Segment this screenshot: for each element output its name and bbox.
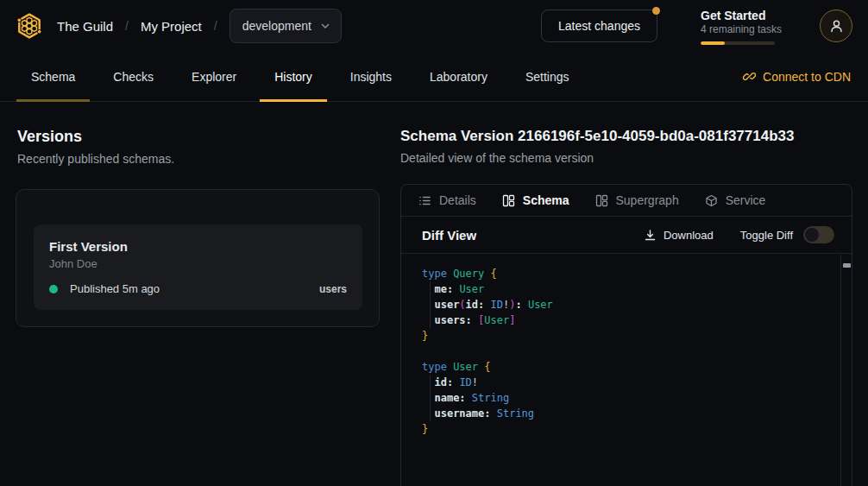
toggle-diff-label: Toggle Diff [740, 229, 793, 242]
code-line: name: String [422, 390, 840, 406]
version-name: First Version [49, 238, 347, 255]
person-icon [829, 19, 844, 34]
code-line: user(id: ID!): User [422, 297, 840, 312]
schema-version-subtitle: Detailed view of the schema version [400, 151, 852, 165]
tab-insights[interactable]: Insights [336, 52, 406, 101]
get-started-subtitle: 4 remaining tasks [701, 23, 777, 36]
version-service-badge: users [319, 283, 347, 295]
code-line: type Query { [422, 266, 840, 281]
schema-version-panel: Details Schema [400, 184, 852, 486]
code-line: type User { [422, 359, 840, 375]
top-bar: The Guild / My Project / development Lat… [0, 0, 868, 52]
breadcrumb-org[interactable]: The Guild [57, 19, 113, 34]
target-selector-value: development [242, 19, 311, 33]
connect-to-cdn-label: Connect to CDN [763, 70, 851, 84]
download-icon [644, 229, 657, 242]
toggle-diff-switch[interactable] [803, 226, 834, 243]
tab-label: Insights [350, 70, 392, 84]
get-started-widget[interactable]: Get Started 4 remaining tasks [701, 8, 777, 45]
code-scrollbar[interactable] [840, 255, 852, 486]
tab-schema[interactable]: Schema [16, 52, 90, 101]
download-label: Download [664, 229, 714, 242]
code-line: users: [User] [422, 312, 840, 328]
tab-label: Service [726, 193, 766, 207]
latest-changes-label: Latest changes [558, 19, 640, 33]
breadcrumb-separator: / [214, 19, 217, 33]
user-avatar[interactable] [820, 9, 852, 42]
version-status-row: Published 5m ago users [49, 282, 347, 295]
tab-laboratory[interactable]: Laboratory [415, 52, 502, 101]
latest-changes-button[interactable]: Latest changes [541, 9, 657, 42]
versions-title: Versions [17, 127, 380, 146]
tab-label: Checks [113, 70, 154, 84]
schema-version-column: Schema Version 2166196f-5e10-4059-bd0a-0… [400, 102, 868, 486]
breadcrumb-separator: / [125, 19, 129, 33]
get-started-progress-bar [701, 41, 775, 45]
list-icon [418, 194, 431, 207]
diff-view-title: Diff View [422, 228, 476, 243]
columns-icon [595, 194, 608, 207]
tab-label: Laboratory [430, 70, 487, 84]
tab-supergraph[interactable]: Supergraph [595, 193, 679, 207]
notification-dot [652, 7, 660, 15]
tab-settings[interactable]: Settings [511, 52, 584, 101]
breadcrumb: The Guild / My Project / [57, 19, 217, 34]
tab-label: Supergraph [616, 193, 679, 207]
target-selector[interactable]: development [230, 9, 342, 43]
link-icon [743, 70, 756, 83]
tab-history[interactable]: History [260, 52, 327, 101]
code-scrollbar-thumb[interactable] [843, 263, 851, 268]
breadcrumb-project[interactable]: My Project [141, 19, 202, 34]
tab-service[interactable]: Service [705, 193, 766, 207]
target-nav: Schema Checks Explorer History Insights … [0, 52, 868, 102]
diff-view-header: Diff View Download Toggle Diff [401, 217, 852, 254]
versions-card: First Version John Doe Published 5m ago … [16, 189, 380, 327]
get-started-title: Get Started [701, 8, 777, 23]
get-started-progress-fill [701, 41, 725, 45]
tab-schema-view[interactable]: Schema [502, 193, 569, 207]
tab-label: Details [439, 193, 476, 207]
code-line: id: ID! [422, 375, 840, 390]
versions-subtitle: Recently published schemas. [17, 152, 380, 166]
columns-icon [502, 194, 515, 207]
version-author: John Doe [49, 257, 347, 270]
tab-details[interactable]: Details [418, 193, 476, 207]
code-line [422, 344, 840, 359]
chevron-down-icon [320, 21, 330, 31]
versions-column: Versions Recently published schemas. Fir… [0, 102, 400, 486]
version-list-item[interactable]: First Version John Doe Published 5m ago … [34, 224, 362, 310]
code-line: } [422, 421, 840, 437]
schema-version-title: Schema Version 2166196f-5e10-4059-bd0a-0… [400, 127, 852, 145]
top-bar-right: Latest changes Get Started 4 remaining t… [541, 8, 852, 45]
download-button[interactable]: Download [644, 229, 714, 242]
tab-label: Settings [525, 70, 569, 84]
hive-logo-icon[interactable] [14, 10, 45, 41]
code-line: me: User [422, 281, 840, 297]
tab-label: History [274, 70, 312, 84]
tab-label: Schema [31, 70, 75, 84]
connect-to-cdn-link[interactable]: Connect to CDN [743, 52, 851, 101]
tab-label: Explorer [192, 70, 236, 84]
code-line: } [422, 328, 840, 344]
version-status: Published 5m ago [70, 282, 160, 295]
tab-explorer[interactable]: Explorer [177, 52, 251, 101]
toggle-knob [805, 228, 819, 242]
schema-sdl-code[interactable]: type Query { me: User user(id: ID!): Use… [401, 255, 840, 486]
code-line: username: String [422, 406, 840, 421]
tab-checks[interactable]: Checks [98, 52, 168, 101]
tab-label: Schema [523, 193, 569, 207]
cube-icon [705, 194, 718, 207]
main-content: Versions Recently published schemas. Fir… [0, 102, 868, 486]
published-status-dot [49, 285, 58, 293]
diff-view-actions: Download Toggle Diff [644, 226, 834, 243]
detail-tabs: Details Schema [401, 185, 852, 217]
